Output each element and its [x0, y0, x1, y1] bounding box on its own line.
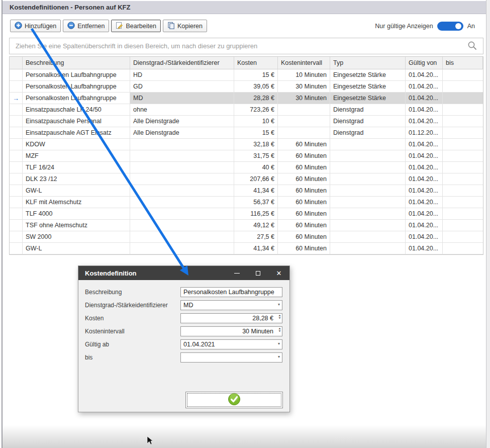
kostenintervall-spinner[interactable]: 30 Minuten ▲▼ — [180, 326, 282, 336]
cell-dienstgrad[interactable]: ohne — [130, 104, 234, 116]
cell-beschreibung[interactable]: TLF 4000 — [23, 208, 130, 220]
cell-bis[interactable] — [443, 69, 483, 81]
group-by-panel[interactable]: Ziehen Sie eine Spaltenüberschrift in di… — [9, 38, 483, 54]
cell-intervall[interactable] — [278, 104, 330, 116]
table-row[interactable]: GW-L41,34 €60 Minuten01.04.20... — [10, 185, 483, 197]
cell-bis[interactable] — [443, 220, 483, 231]
minimize-button[interactable] — [226, 266, 247, 280]
table-row[interactable]: KLF mit Atemschutz56,37 €60 Minuten01.04… — [10, 197, 483, 208]
cell-bis[interactable] — [443, 116, 483, 127]
cell-kosten[interactable]: 15 € — [234, 69, 278, 81]
cell-intervall[interactable]: 60 Minuten — [278, 173, 330, 185]
spinner-up-down-icon[interactable]: ▲▼ — [278, 314, 281, 319]
cell-gueltig_von[interactable]: 01.04.20... — [406, 150, 443, 162]
cell-beschreibung[interactable]: Personalkosten Laufbahngruppe — [23, 69, 130, 81]
cell-kosten[interactable]: 27,5 € — [234, 231, 278, 243]
cell-typ[interactable] — [330, 173, 406, 185]
cell-typ[interactable] — [330, 208, 406, 220]
table-row[interactable]: MZF31,75 €60 Minuten01.04.20... — [10, 150, 483, 162]
cell-bis[interactable] — [443, 208, 483, 220]
bis-datepicker[interactable]: ▾ — [180, 352, 282, 363]
gueltig-ab-datepicker[interactable]: 01.04.2021 ▾ — [180, 339, 282, 349]
cell-typ[interactable] — [330, 197, 406, 208]
close-button[interactable]: ✕ — [268, 266, 289, 280]
cell-intervall[interactable] — [278, 127, 330, 139]
cell-gueltig_von[interactable]: 01.04.20... — [406, 116, 443, 127]
cell-dienstgrad[interactable] — [130, 150, 234, 162]
cell-typ[interactable] — [330, 220, 406, 231]
cell-typ[interactable]: Dienstgrad — [330, 104, 406, 116]
beschreibung-input[interactable]: Personalkosten Laufbahngruppe — [180, 287, 282, 297]
cell-beschreibung[interactable]: KLF mit Atemschutz — [23, 197, 130, 208]
cell-beschreibung[interactable]: TSF ohne Atemschutz — [23, 220, 130, 231]
spinner-up-down-icon[interactable]: ▲▼ — [278, 327, 281, 332]
cell-intervall[interactable]: 30 Minuten — [278, 81, 330, 93]
cell-intervall[interactable]: 60 Minuten — [278, 150, 330, 162]
cell-bis[interactable] — [443, 139, 483, 150]
cell-gueltig_von[interactable]: 01.04.20... — [406, 197, 443, 208]
cell-beschreibung[interactable]: Personalkosten Laufbahngruppe — [23, 81, 130, 93]
ok-button[interactable] — [185, 392, 283, 408]
table-row[interactable]: Einsatzpauschale PersonalAlle Dienstgrad… — [10, 116, 483, 127]
cell-intervall[interactable]: 60 Minuten — [278, 243, 330, 254]
cell-kosten[interactable]: 31,75 € — [234, 150, 278, 162]
table-row[interactable]: Personalkosten LaufbahngruppeHD15 €10 Mi… — [10, 69, 483, 81]
cell-typ[interactable]: Dienstgrad — [330, 127, 406, 139]
table-row[interactable]: GW-L41,34 €60 Minuten01.04.20... — [10, 243, 483, 254]
cell-gueltig_von[interactable]: 01.04.20... — [406, 69, 443, 81]
table-row[interactable]: KDOW32,18 €60 Minuten01.04.20... — [10, 139, 483, 150]
cell-intervall[interactable]: 60 Minuten — [278, 231, 330, 243]
column-header-kosten[interactable]: Kosten — [234, 57, 278, 69]
cell-dienstgrad[interactable]: Alle Dienstgrade — [130, 127, 234, 139]
cell-kosten[interactable]: 49,12 € — [234, 220, 278, 231]
table-row[interactable]: TLF 16/2440 €60 Minuten01.04.20... — [10, 162, 483, 173]
cell-gueltig_von[interactable]: 01.04.20... — [406, 93, 443, 104]
cell-typ[interactable]: Dienstgrad — [330, 116, 406, 127]
cell-bis[interactable] — [443, 150, 483, 162]
cell-bis[interactable] — [443, 231, 483, 243]
cell-typ[interactable]: Eingesetzte Stärke — [330, 81, 406, 93]
cell-intervall[interactable]: 10 Minuten — [278, 69, 330, 81]
valid-only-toggle[interactable] — [437, 22, 463, 31]
column-header-dienstgrad[interactable]: Dienstgrad-/Stärkeidentifizierer — [130, 57, 234, 69]
cell-typ[interactable]: Eingesetzte Stärke — [330, 93, 406, 104]
cell-dienstgrad[interactable] — [130, 162, 234, 173]
cell-kosten[interactable]: 41,34 € — [234, 243, 278, 254]
cell-intervall[interactable]: 60 Minuten — [278, 139, 330, 150]
cell-intervall[interactable]: 60 Minuten — [278, 197, 330, 208]
cell-dienstgrad[interactable] — [130, 185, 234, 197]
cell-kosten[interactable]: 39,05 € — [234, 81, 278, 93]
cell-typ[interactable]: Eingesetzte Stärke — [330, 69, 406, 81]
cell-beschreibung[interactable]: Einsatzpauschale AGT Einsatz — [23, 127, 130, 139]
cell-typ[interactable] — [330, 231, 406, 243]
cell-typ[interactable] — [330, 243, 406, 254]
cell-beschreibung[interactable]: MZF — [23, 150, 130, 162]
cell-intervall[interactable]: 60 Minuten — [278, 162, 330, 173]
column-header-bis[interactable]: bis — [443, 57, 483, 69]
cell-dienstgrad[interactable]: HD — [130, 69, 234, 81]
column-header-gueltig-von[interactable]: Gültig von — [406, 57, 443, 69]
cell-gueltig_von[interactable]: 01.12.20... — [406, 127, 443, 139]
table-row[interactable]: SW 200027,5 €60 Minuten01.04.20... — [10, 231, 483, 243]
cell-intervall[interactable] — [278, 116, 330, 127]
search-icon[interactable] — [467, 41, 477, 52]
cell-gueltig_von[interactable]: 01.04.20... — [406, 162, 443, 173]
table-row[interactable]: Einsatzpauschale AGT EinsatzAlle Dienstg… — [10, 127, 483, 139]
maximize-button[interactable] — [247, 266, 268, 280]
cell-typ[interactable] — [330, 185, 406, 197]
cell-dienstgrad[interactable]: MD — [130, 93, 234, 104]
cell-dienstgrad[interactable] — [130, 220, 234, 231]
cell-beschreibung[interactable]: DLK 23 /12 — [23, 173, 130, 185]
cell-beschreibung[interactable]: Personalkosten Laufbahngruppe — [23, 93, 130, 104]
kosten-spinner[interactable]: 28,28 € ▲▼ — [180, 313, 282, 323]
cell-kosten[interactable]: 28,28 € — [234, 93, 278, 104]
cell-dienstgrad[interactable]: Alle Dienstgrade — [130, 116, 234, 127]
cell-bis[interactable] — [443, 93, 483, 104]
cell-intervall[interactable]: 60 Minuten — [278, 220, 330, 231]
cell-dienstgrad[interactable] — [130, 208, 234, 220]
cell-typ[interactable] — [330, 139, 406, 150]
cell-dienstgrad[interactable]: GD — [130, 81, 234, 93]
column-header-typ[interactable]: Typ — [330, 57, 406, 69]
edit-button[interactable]: Bearbeiten — [111, 20, 160, 32]
cell-gueltig_von[interactable]: 01.04.20... — [406, 173, 443, 185]
